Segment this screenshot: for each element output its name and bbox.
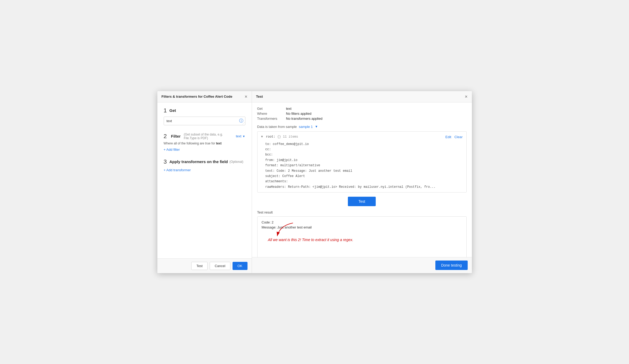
info-transformers-value: No transformers applied [286,117,323,121]
test-button-right[interactable]: Test [348,197,376,206]
right-close-button[interactable]: × [465,94,468,99]
filter-section-header: 2 Filter (Get subset of the data, e.g. F… [164,133,245,140]
tree-item: cc: [261,147,463,152]
filter-title-group: 2 Filter (Get subset of the data, e.g. F… [164,133,236,140]
left-close-button[interactable]: × [245,94,248,99]
filter-type-badge[interactable]: text ▼ [236,134,245,138]
sample-prefix: Data is taken from sample [257,125,297,129]
tree-item: attachments: [261,179,463,184]
info-get-row: Get text [257,107,467,111]
tree-item: to: coffee_demo@jpit.io [261,142,463,147]
tree-item: bcc: [261,152,463,157]
filter-section: 2 Filter (Get subset of the data, e.g. F… [164,133,245,152]
right-header: Test × [252,91,472,102]
get-field-wrapper: ⓘ ⋰ [164,117,245,125]
transformer-section-subtitle: (Optional) [229,160,243,164]
add-filter-link[interactable]: + Add filter [164,148,180,152]
tree-edit-link[interactable]: Edit [445,134,451,140]
tree-root-meta: {} 11 items [277,135,298,139]
right-footer: Done testing [252,257,472,273]
add-transformer-link[interactable]: + Add transformer [164,168,191,172]
tree-items: to: coffee_demo@jpit.iocc: bcc: from: ji… [261,142,463,190]
info-where-row: Where No filters applied [257,112,467,116]
transformer-section-header: 3 Apply transformers on the field (Optio… [164,159,245,165]
test-btn-row: Test [257,197,467,206]
sample-link[interactable]: sample 1 [299,125,313,129]
info-get-label: Get [257,107,286,111]
annotation-text: All we want is this 2! Time to extract i… [268,238,353,242]
ok-button[interactable]: OK [233,262,248,270]
tree-item: from: jim@jpit.io [261,158,463,163]
resize-handle-icon: ⋰ [242,122,245,125]
info-transformers-row: Transformers No transformers applied [257,117,467,121]
transformer-section: 3 Apply transformers on the field (Optio… [164,159,245,172]
info-transformers-label: Transformers [257,117,286,121]
tree-collapse-icon[interactable]: ▼ [261,135,263,139]
tree-root-label: ▼ root: {} 11 items [261,134,298,139]
sample-dropdown-icon[interactable]: ▼ [315,125,318,128]
get-section-title: Get [169,108,176,113]
tree-item: rawHeaders: Return-Path: <jim@jpit.io> R… [261,184,463,190]
left-body: 1 Get ⓘ ⋰ 2 Filter (Get subset of the da… [157,102,252,258]
left-panel-title: Filters & transformers for Coffee Alert … [162,95,233,98]
get-field-input[interactable] [164,117,245,125]
filter-description: Where all of the following are true for … [164,142,245,145]
get-section: 1 Get ⓘ ⋰ [164,108,245,125]
info-where-value: No filters applied [286,112,312,116]
filter-section-title: Filter [171,134,181,138]
info-get-value: text [286,107,292,111]
info-where-label: Where [257,112,286,116]
tree-item: subject: Coffee Alert [261,174,463,179]
tree-header: ▼ root: {} 11 items Edit Clear [261,134,463,140]
data-tree-box: ▼ root: {} 11 items Edit Clear to: coffe… [257,131,467,193]
right-body: Get text Where No filters applied Transf… [252,102,472,257]
right-panel-title: Test [256,95,263,98]
transformer-section-title: Apply transformers on the field [169,159,228,164]
left-footer: Test Cancel OK [157,258,252,273]
get-section-number: 1 [164,108,167,113]
sample-row: Data is taken from sample sample 1 ▼ [257,125,467,129]
done-testing-button[interactable]: Done testing [435,261,468,270]
info-table: Get text Where No filters applied Transf… [257,107,467,121]
filter-section-subtitle: (Get subset of the data, e.g. File.Type … [184,133,236,140]
test-result-box: Code: 2 Message: Just another test email… [257,216,467,257]
test-result-label: Test result [257,210,467,214]
tree-actions: Edit Clear [445,134,462,140]
cancel-button[interactable]: Cancel [210,262,230,270]
filter-type-chevron-icon: ▼ [243,135,245,138]
left-header: Filters & transformers for Coffee Alert … [157,91,252,102]
tree-item: text: Code: 2 Message: Just another test… [261,168,463,174]
filter-section-number: 2 [164,133,167,139]
get-section-header: 1 Get [164,108,245,113]
test-button-left[interactable]: Test [191,262,208,270]
right-panel: Test × Get text Where No filters applied… [252,91,472,273]
tree-clear-link[interactable]: Clear [454,134,462,140]
transformer-section-number: 3 [164,159,167,165]
tree-item: format: multipart/alternative [261,163,463,168]
filter-type-label: text [236,134,241,138]
tree-root-text: root: [266,135,277,139]
left-panel: Filters & transformers for Coffee Alert … [157,91,252,273]
